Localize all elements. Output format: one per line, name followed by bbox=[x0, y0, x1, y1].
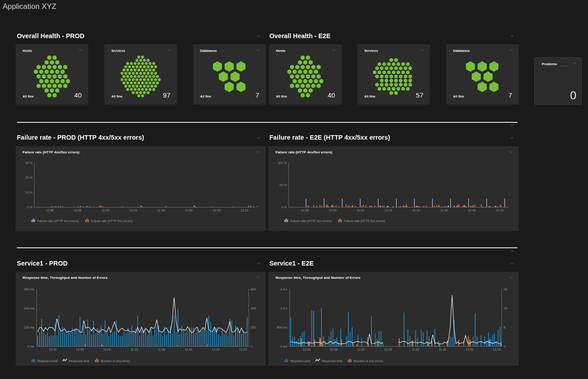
svg-text:11:00: 11:00 bbox=[102, 209, 109, 212]
svg-text:11:30: 11:30 bbox=[157, 209, 165, 212]
svg-text:12:15: 12:15 bbox=[493, 348, 501, 351]
svg-text:10:45: 10:45 bbox=[76, 348, 84, 351]
svg-text:12:00: 12:00 bbox=[468, 209, 476, 212]
svg-text:11:15: 11:15 bbox=[130, 348, 138, 351]
svg-text:12:00: 12:00 bbox=[212, 348, 220, 351]
svg-text:Request count: Request count bbox=[290, 359, 310, 363]
svg-text:0 %: 0 % bbox=[281, 206, 287, 209]
svg-text:8: 8 bbox=[504, 326, 505, 329]
svg-text:Failure rate (HTTP 4xx errors): Failure rate (HTTP 4xx errors) bbox=[37, 219, 79, 223]
svg-text:11:15: 11:15 bbox=[385, 209, 392, 212]
svg-text:Number of any errors: Number of any errors bbox=[354, 359, 383, 363]
svg-text:11:30: 11:30 bbox=[158, 348, 165, 351]
svg-text:10:45: 10:45 bbox=[329, 209, 337, 212]
svg-text:12:15: 12:15 bbox=[239, 348, 247, 351]
svg-text:11:15: 11:15 bbox=[130, 209, 137, 212]
svg-text:400: 400 bbox=[251, 307, 256, 310]
svg-text:12:15: 12:15 bbox=[241, 209, 249, 212]
svg-text:10:30: 10:30 bbox=[301, 209, 309, 212]
svg-text:24: 24 bbox=[504, 288, 507, 291]
svg-text:200: 200 bbox=[251, 326, 256, 329]
svg-text:11:00: 11:00 bbox=[357, 348, 365, 351]
svg-text:Request count: Request count bbox=[37, 359, 57, 363]
svg-text:0: 0 bbox=[251, 345, 253, 348]
svg-text:11:45: 11:45 bbox=[440, 209, 448, 212]
svg-text:100 %: 100 % bbox=[278, 161, 287, 164]
svg-text:Failure rate (HTTP 5xx errors): Failure rate (HTTP 5xx errors) bbox=[344, 219, 385, 223]
svg-text:0 %: 0 % bbox=[27, 206, 32, 209]
svg-text:12:00: 12:00 bbox=[213, 209, 221, 212]
svg-text:11:30: 11:30 bbox=[411, 348, 419, 351]
svg-text:1.6 s: 1.6 s bbox=[280, 307, 288, 310]
svg-text:10:45: 10:45 bbox=[74, 209, 82, 212]
svg-text:11:30: 11:30 bbox=[412, 209, 420, 212]
svg-text:Number of any errors: Number of any errors bbox=[101, 359, 130, 363]
svg-text:12:15: 12:15 bbox=[496, 209, 504, 212]
svg-text:600: 600 bbox=[251, 288, 256, 291]
svg-text:10 %: 10 % bbox=[25, 191, 32, 194]
svg-text:16: 16 bbox=[504, 307, 507, 310]
svg-text:12:00: 12:00 bbox=[466, 348, 474, 351]
svg-text:120 ms: 120 ms bbox=[24, 326, 34, 329]
svg-text:20 %: 20 % bbox=[25, 176, 32, 179]
svg-text:Failure rate (HTTP 4xx errors): Failure rate (HTTP 4xx errors) bbox=[290, 219, 331, 223]
svg-text:Response time: Response time bbox=[322, 359, 343, 363]
svg-text:11:00: 11:00 bbox=[103, 348, 111, 351]
svg-text:0 ms: 0 ms bbox=[280, 345, 288, 348]
svg-text:10:45: 10:45 bbox=[330, 348, 338, 351]
svg-text:Failure rate (HTTP 5xx errors): Failure rate (HTTP 5xx errors) bbox=[91, 219, 132, 223]
svg-text:0: 0 bbox=[504, 345, 505, 348]
svg-text:11:45: 11:45 bbox=[439, 348, 446, 351]
svg-text:11:45: 11:45 bbox=[185, 209, 193, 212]
svg-text:10:30: 10:30 bbox=[303, 348, 311, 351]
svg-text:50 %: 50 % bbox=[280, 184, 287, 187]
svg-text:11:00: 11:00 bbox=[357, 209, 364, 212]
svg-text:800 ms: 800 ms bbox=[277, 326, 287, 329]
svg-text:2.4 s: 2.4 s bbox=[280, 288, 288, 291]
svg-text:Response time: Response time bbox=[69, 359, 90, 363]
svg-text:10:30: 10:30 bbox=[49, 348, 57, 351]
svg-text:11:15: 11:15 bbox=[384, 348, 392, 351]
svg-text:240 ms: 240 ms bbox=[24, 307, 34, 310]
svg-text:11:45: 11:45 bbox=[185, 348, 193, 351]
svg-text:10:30: 10:30 bbox=[46, 209, 54, 212]
svg-text:0 ms: 0 ms bbox=[28, 345, 35, 348]
svg-text:360 ms: 360 ms bbox=[24, 288, 34, 291]
svg-text:30 %: 30 % bbox=[25, 161, 32, 164]
